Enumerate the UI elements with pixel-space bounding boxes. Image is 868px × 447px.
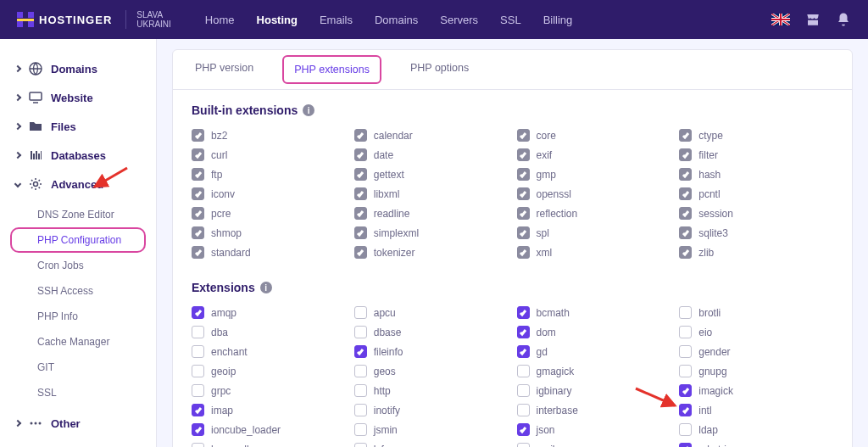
ext-gmagick[interactable]: gmagick — [517, 361, 671, 381]
checkbox[interactable] — [679, 365, 692, 377]
store-icon[interactable] — [805, 12, 821, 27]
checkbox[interactable] — [517, 443, 530, 447]
language-flag-icon[interactable] — [771, 14, 790, 25]
sidebar-sub-php-info[interactable]: PHP Info — [0, 304, 156, 329]
sidebar-sub-cache-manager[interactable]: Cache Manager — [0, 329, 156, 355]
checkbox[interactable] — [192, 365, 204, 377]
checkbox[interactable] — [517, 365, 530, 377]
checkbox[interactable] — [192, 345, 204, 358]
tab-php-version[interactable]: PHP version — [192, 50, 257, 89]
ext-label: intl — [698, 405, 711, 416]
nav-domains[interactable]: Domains — [375, 14, 418, 26]
checkbox[interactable] — [354, 443, 367, 447]
ext-imagick[interactable]: imagick — [679, 381, 833, 400]
sidebar-sub-ssl[interactable]: SSL — [0, 380, 156, 405]
checkbox[interactable] — [192, 443, 204, 447]
sidebar-sub-dns-zone-editor[interactable]: DNS Zone Editor — [0, 202, 156, 227]
nav-ssl[interactable]: SSL — [500, 14, 521, 26]
ext-json[interactable]: json — [517, 420, 671, 439]
ext-gd[interactable]: gd — [517, 342, 671, 361]
ext-ioncube_loader[interactable]: ioncube_loader — [192, 420, 346, 439]
ext-luasandbox[interactable]: luasandbox — [192, 439, 346, 447]
ext-igbinary[interactable]: igbinary — [517, 381, 671, 400]
sidebar-sub-cron-jobs[interactable]: Cron Jobs — [0, 253, 156, 278]
sidebar-item-other[interactable]: Other — [0, 409, 156, 438]
ext-brotli[interactable]: brotli — [679, 303, 833, 322]
sidebar-sub-git[interactable]: GIT — [0, 355, 156, 380]
bell-icon[interactable] — [836, 12, 851, 27]
checkbox[interactable] — [192, 423, 204, 436]
checkbox[interactable] — [354, 306, 367, 319]
sidebar-item-domains[interactable]: Domains — [0, 54, 156, 83]
checkbox[interactable] — [679, 326, 692, 338]
ext-dbase[interactable]: dbase — [354, 322, 509, 342]
ext-dba[interactable]: dba — [192, 322, 346, 342]
nav-servers[interactable]: Servers — [440, 14, 478, 26]
checkbox[interactable] — [517, 345, 530, 358]
checkbox[interactable] — [354, 404, 367, 416]
checkbox[interactable] — [517, 423, 530, 436]
checkbox[interactable] — [517, 404, 530, 416]
checkbox[interactable] — [679, 306, 692, 319]
sidebar-item-databases[interactable]: Databases — [0, 141, 156, 170]
ext-grpc[interactable]: grpc — [192, 381, 346, 400]
sidebar-item-files[interactable]: Files — [0, 112, 156, 141]
checkbox[interactable] — [192, 384, 204, 397]
nav-billing[interactable]: Billing — [543, 14, 573, 26]
ext-jsmin[interactable]: jsmin — [354, 420, 509, 439]
checkbox[interactable] — [354, 384, 367, 397]
checkbox[interactable] — [517, 306, 530, 319]
ext-dom[interactable]: dom — [517, 322, 671, 342]
info-icon[interactable]: i — [260, 282, 272, 293]
ext-gender[interactable]: gender — [679, 342, 833, 361]
checkbox[interactable] — [679, 345, 692, 358]
ext-intl[interactable]: intl — [679, 400, 833, 420]
checkbox[interactable] — [192, 404, 204, 416]
checkbox[interactable] — [192, 306, 204, 319]
ext-bcmath[interactable]: bcmath — [517, 303, 671, 322]
checkbox[interactable] — [354, 345, 367, 358]
ext-imap[interactable]: imap — [192, 400, 346, 420]
checkbox[interactable] — [517, 326, 530, 338]
checkbox[interactable] — [679, 423, 692, 436]
ext-http[interactable]: http — [354, 381, 509, 400]
checkbox[interactable] — [192, 326, 204, 338]
checkbox — [354, 207, 367, 220]
nav-emails[interactable]: Emails — [320, 14, 353, 26]
ext-geos[interactable]: geos — [354, 361, 509, 381]
ext-amqp[interactable]: amqp — [192, 303, 346, 322]
checkbox[interactable] — [679, 384, 692, 397]
checkbox[interactable] — [679, 404, 692, 416]
sidebar-item-label: Advanced — [51, 178, 103, 191]
ext-interbase[interactable]: interbase — [517, 400, 671, 420]
brand-logo[interactable]: HOSTINGER — [17, 12, 112, 27]
checkbox[interactable] — [354, 423, 367, 436]
tab-php-extensions[interactable]: PHP extensions — [282, 55, 381, 84]
sidebar-sub-ssh-access[interactable]: SSH Access — [0, 278, 156, 304]
ext-mailparse[interactable]: mailparse — [517, 439, 671, 447]
ext-eio[interactable]: eio — [679, 322, 833, 342]
ext-inotify[interactable]: inotify — [354, 400, 509, 420]
checkbox[interactable] — [679, 443, 692, 447]
ext-libxml: libxml — [354, 184, 509, 204]
sidebar-sub-php-configuration[interactable]: PHP Configuration — [10, 227, 146, 253]
sidebar-item-website[interactable]: Website — [0, 83, 156, 112]
ext-label: exif — [537, 149, 553, 161]
ext-mbstring[interactable]: mbstring — [679, 439, 833, 447]
nav-hosting[interactable]: Hosting — [257, 14, 298, 26]
sidebar-item-advanced[interactable]: Advanced — [0, 170, 156, 198]
ext-geoip[interactable]: geoip — [192, 361, 346, 381]
ext-apcu[interactable]: apcu — [354, 303, 509, 322]
ext-ldap[interactable]: ldap — [679, 420, 833, 439]
checkbox[interactable] — [517, 384, 530, 397]
ext-enchant[interactable]: enchant — [192, 342, 346, 361]
ext-gnupg[interactable]: gnupg — [679, 361, 833, 381]
ext-fileinfo[interactable]: fileinfo — [354, 342, 509, 361]
sidebar-item-label: Domains — [51, 63, 97, 75]
info-icon[interactable]: i — [303, 104, 314, 116]
nav-home[interactable]: Home — [205, 14, 235, 26]
ext-lzf[interactable]: lzf — [354, 439, 509, 447]
checkbox[interactable] — [354, 326, 367, 338]
tab-php-options[interactable]: PHP options — [407, 50, 472, 89]
checkbox[interactable] — [354, 365, 367, 377]
